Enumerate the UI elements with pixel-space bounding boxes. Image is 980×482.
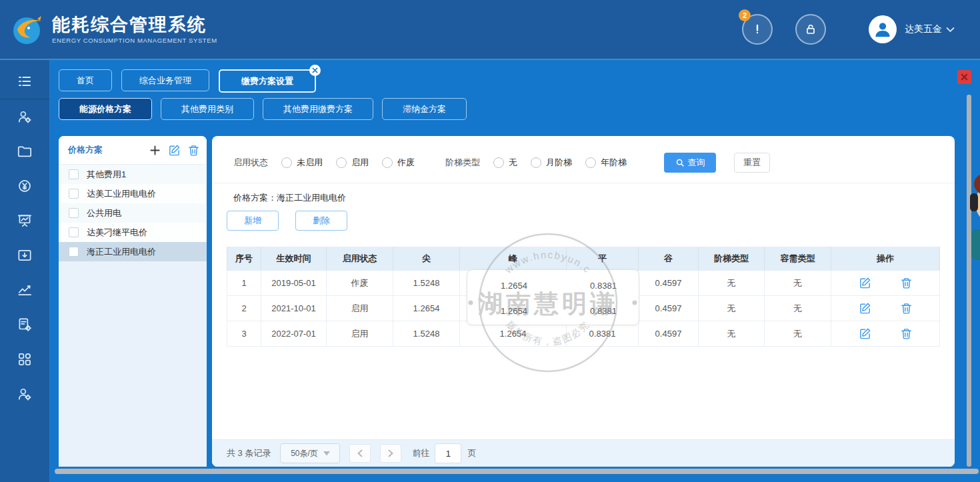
presentation-chart-icon[interactable] [0,203,50,238]
next-page-button[interactable] [380,444,401,463]
notification-button[interactable]: 2 [742,14,773,45]
horizontal-scrollbar[interactable] [55,469,979,474]
caret-down-icon [323,451,330,456]
cell: 0.4597 [639,296,699,321]
row-delete-button[interactable] [899,327,913,341]
radio-ladder-month[interactable]: 月阶梯 [531,157,572,169]
list-item[interactable]: 达美工业用电电价 [59,184,207,203]
edit-plan-button[interactable] [167,143,181,157]
tab-business[interactable]: 综合业务管理 [121,69,209,91]
radio-label: 无 [509,157,517,169]
page-size-value: 50条/页 [291,448,318,459]
list-item-selected[interactable]: 海正工业用电电价 [59,242,207,261]
tab-close-button[interactable] [309,65,321,76]
list-item[interactable]: 其他费用1 [59,165,207,184]
checkbox[interactable] [69,247,79,257]
radio-status-disabled[interactable]: 未启用 [281,157,323,169]
column-header: 谷 [639,247,699,271]
record-count: 共 3 条记录 [227,447,271,459]
cell: 1.2654 [393,296,460,321]
page-size-select[interactable]: 50条/页 [280,443,340,463]
radio-icon [493,157,504,168]
overlay-value: 0.8381 [590,281,617,291]
price-plan-list: 其他费用1 达美工业用电电价 公共用电 达美刁继平电价 海正工业用电电价 [59,165,207,261]
currency-exchange-icon[interactable] [0,169,50,203]
current-plan-label: 价格方案： [233,193,277,203]
search-button[interactable]: 查询 [664,153,716,173]
user-avatar[interactable] [869,15,897,43]
header-actions: 2 达美五金 [742,0,955,59]
list-item[interactable]: 公共用电 [59,203,207,223]
cell: 2019-05-01 [261,271,327,296]
close-icon [961,73,968,81]
edit-icon [859,277,871,289]
price-plan-panel-header: 价格方案 [59,136,207,165]
tab-payment-label: 缴费方案设置 [241,75,293,87]
folder-icon[interactable] [0,134,50,169]
column-header: 峰 [460,247,567,271]
list-item[interactable]: 达美刁继平电价 [59,223,207,242]
cell: 无 [765,271,831,296]
trash-icon [187,144,200,157]
tab-payment-settings[interactable]: 缴费方案设置 [219,69,316,93]
lock-button[interactable] [795,14,826,45]
checkbox[interactable] [69,227,79,237]
user-gear-icon[interactable] [0,99,50,134]
panel-close-button[interactable] [957,70,971,84]
side-nav [0,60,50,482]
column-header: 操作 [831,247,940,271]
folder-download-icon[interactable] [0,238,50,273]
add-plan-button[interactable] [148,143,161,157]
edit-icon [168,144,181,157]
price-plan-tools [148,143,200,157]
radio-status-voided[interactable]: 作废 [382,157,415,169]
trash-icon [900,277,913,289]
checkbox[interactable] [69,189,79,199]
menu-list-icon[interactable] [0,64,50,99]
row-delete-button[interactable] [899,302,913,315]
checkbox[interactable] [69,169,79,179]
delete-button[interactable]: 删除 [295,211,347,231]
line-chart-icon[interactable] [0,273,50,307]
radio-icon [281,157,292,168]
row-edit-button[interactable] [858,277,871,290]
list-item-label: 其他费用1 [87,169,126,181]
subtab-other-fee-type[interactable]: 其他费用类别 [161,98,254,120]
reset-button[interactable]: 重置 [734,153,770,173]
row-edit-button[interactable] [858,302,871,315]
radio-ladder-year[interactable]: 年阶梯 [585,157,627,169]
add-button[interactable]: 新增 [227,211,279,231]
grid-icon[interactable] [0,342,50,377]
column-header: 尖 [393,247,460,271]
checkbox[interactable] [69,208,79,218]
cell: 无 [699,296,765,321]
current-plan-line: 价格方案：海正工业用电电价 [233,192,346,204]
user-gear-icon[interactable] [0,377,50,411]
app-header: 能耗综合管理系统 ENERGY CONSUMPTION MANAGEMENT S… [0,0,980,60]
subtab-late-fee[interactable]: 滞纳金方案 [382,98,467,120]
list-item-label: 达美工业用电电价 [87,188,156,200]
document-gear-icon[interactable] [0,307,50,342]
plus-icon [149,145,161,156]
prev-page-button[interactable] [349,444,371,463]
app-subtitle: ENERGY CONSUMPTION MANAGEMENT SYSTEM [52,37,217,44]
radio-status-enabled[interactable]: 启用 [336,157,369,169]
delete-plan-button[interactable] [187,143,200,157]
radio-ladder-none[interactable]: 无 [493,157,517,169]
radio-label: 月阶梯 [546,157,572,169]
cell: 0.4597 [639,321,699,347]
page-number-input[interactable] [435,443,461,463]
vertical-scrollbar[interactable] [967,95,971,467]
price-plan-panel: 价格方案 其他费用1 达美工业用电电价 公共用电 达美刁继平电价 海正工业用电电… [59,136,207,467]
username[interactable]: 达美五金 [905,23,942,35]
page-unit-label: 页 [467,447,476,459]
row-actions [831,321,940,347]
current-plan-value: 海正工业用电电价 [277,193,346,203]
tab-home[interactable]: 首页 [59,69,112,91]
chevron-down-icon[interactable] [946,27,955,33]
subtab-other-fee-payment[interactable]: 其他费用缴费方案 [263,98,373,120]
row-edit-button[interactable] [858,327,871,341]
row-delete-button[interactable] [899,277,913,290]
cell: 3 [227,321,261,347]
subtab-energy-price[interactable]: 能源价格方案 [59,98,152,120]
